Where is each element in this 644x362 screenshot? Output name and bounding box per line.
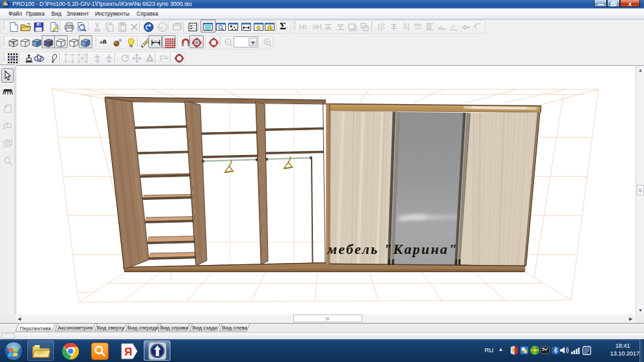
svg-text:Я: Я xyxy=(124,346,132,358)
svg-text:мебель "Карина": мебель "Карина" xyxy=(327,241,457,257)
